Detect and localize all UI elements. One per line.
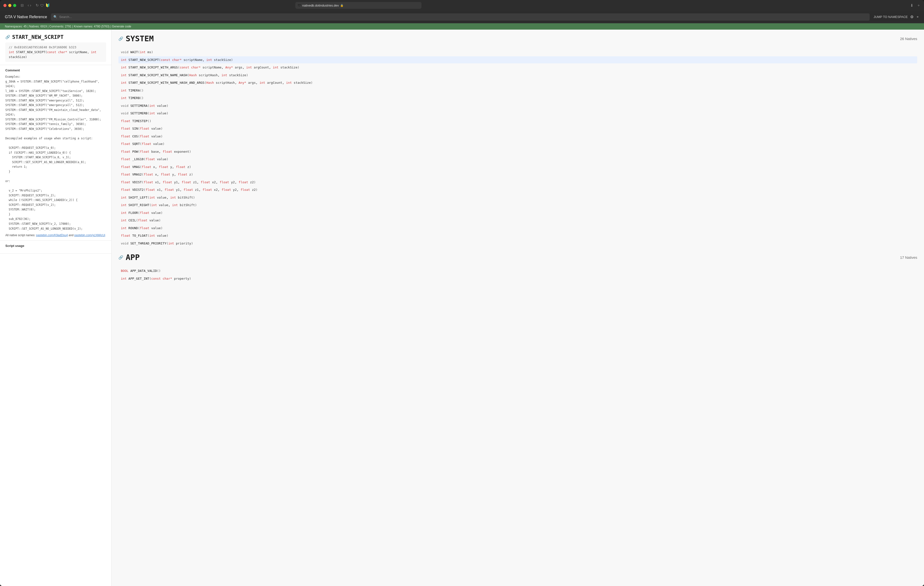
comment-body: Examples: g_384A = SYSTEM::START_NEW_SCR… (5, 74, 106, 231)
refresh-icon[interactable]: ↻ (36, 3, 39, 8)
native-item-pow[interactable]: float POW(float base, float exponent) (119, 148, 917, 156)
native-item-start-new-script-name-hash-args[interactable]: int START_NEW_SCRIPT_WITH_NAME_HASH_AND_… (119, 79, 917, 86)
back-arrow-icon[interactable]: ‹ (28, 3, 29, 8)
search-icon: 🔍 (53, 15, 57, 19)
native-item-start-new-script-with-args[interactable]: int START_NEW_SCRIPT_WITH_ARGS(const cha… (119, 64, 917, 71)
download-icon[interactable]: ⬇ (910, 3, 913, 8)
fn-sig: START_NEW_SCRIPT(const char* scriptName,… (9, 50, 96, 59)
native-item-start-new-script[interactable]: int START_NEW_SCRIPT(const char* scriptN… (119, 56, 917, 64)
site-icon: 🛡 (298, 3, 300, 7)
native-item-cos[interactable]: float COS(float value) (119, 133, 917, 140)
native-item-vmag[interactable]: float VMAG(float x, float y, float z) (119, 163, 917, 171)
namespace-header-system: 🔗 SYSTEM 26 Natives (119, 34, 917, 45)
left-panel: 🔗 START_NEW_SCRIPT // 0xE81651AD79516E48… (0, 30, 112, 586)
native-title: START_NEW_SCRIPT (12, 34, 64, 40)
natives-count-system: 26 Natives (900, 36, 917, 41)
namespace-system: 🔗 SYSTEM 26 Natives void WAIT(int ms) in… (119, 34, 917, 247)
settings-icon[interactable]: ⚙ (910, 15, 914, 19)
native-list-app: BOOL APP_DATA_VALID() int APP_GET_INT(co… (119, 267, 917, 282)
script-usage-section: Script usage (0, 240, 111, 254)
namespace-header-app: 🔗 APP 17 Natives (119, 253, 917, 264)
address-text: nativedb.dotindustries.dev (302, 3, 339, 7)
navbar-right: JUMP TO NAMESPACE ⚙ ⚬ (873, 15, 919, 19)
lock-icon: 🔒 (340, 4, 343, 7)
namespace-link-icon-system: 🔗 (119, 36, 123, 41)
native-item-settimerb[interactable]: void SETTIMERB(int value) (119, 110, 917, 117)
native-item-ceil[interactable]: int CEIL(float value) (119, 217, 917, 224)
traffic-lights (3, 4, 16, 7)
native-item-start-new-script-name-hash[interactable]: int START_NEW_SCRIPT_WITH_NAME_HASH(Hash… (119, 71, 917, 79)
pastebin-line: All native script names: pastebin.com/K9… (5, 233, 106, 237)
window-icons: ⊟ (21, 3, 24, 8)
native-item-to-float[interactable]: float TO_FLOAT(int value) (119, 232, 917, 239)
native-item-sin[interactable]: float SIN(float value) (119, 125, 917, 132)
native-item-wait[interactable]: void WAIT(int ms) (119, 48, 917, 56)
namespace-link-icon-app: 🔗 (119, 255, 123, 260)
comment-section: Comment Examples: g_384A = SYSTEM::START… (0, 65, 111, 240)
navbar: GTA V Native Reference 🔍 JUMP TO NAMESPA… (0, 11, 924, 23)
native-item-timera[interactable]: int TIMERA() (119, 87, 917, 94)
namespace-title-app: APP (126, 253, 140, 262)
pastebin2-link[interactable]: pastebin.com/yLNWicUi (74, 233, 105, 237)
address-bar[interactable]: 🛡 nativedb.dotindustries.dev 🔒 (295, 2, 421, 9)
sidebar-toggle-icon[interactable]: ⊟ (21, 3, 24, 8)
native-item-vdist2[interactable]: float VDIST2(float x1, float y1, float z… (119, 186, 917, 194)
native-title-row: 🔗 START_NEW_SCRIPT (5, 34, 106, 40)
native-item-shift-left[interactable]: int SHIFT_LEFT(int value, int bitShift) (119, 194, 917, 201)
namespace-app: 🔗 APP 17 Natives BOOL APP_DATA_VALID() i… (119, 253, 917, 282)
native-item-settimera[interactable]: void SETTIMERA(int value) (119, 102, 917, 109)
minimize-button[interactable] (8, 4, 12, 7)
native-item-shift-right[interactable]: int SHIFT_RIGHT(int value, int bitShift) (119, 202, 917, 209)
native-item-timerb[interactable]: int TIMERB() (119, 94, 917, 102)
close-button[interactable] (3, 4, 7, 7)
shield-icon: 🛡 (40, 3, 44, 8)
right-panel: 🔗 SYSTEM 26 Natives void WAIT(int ms) in… (112, 30, 924, 586)
native-item-set-thread-priority[interactable]: void SET_THREAD_PRIORITY(int priority) (119, 240, 917, 247)
add-tab-icon[interactable]: ＋ (917, 3, 921, 8)
maximize-button[interactable] (13, 4, 16, 7)
native-header: 🔗 START_NEW_SCRIPT // 0xE81651AD79516E48… (0, 30, 111, 65)
forward-arrow-icon[interactable]: › (30, 3, 31, 8)
native-item-vdist[interactable]: float VDIST(float x1, float y1, float z1… (119, 179, 917, 186)
comment-title: Comment (5, 68, 106, 72)
jump-to-namespace-button[interactable]: JUMP TO NAMESPACE (873, 15, 908, 19)
nav-arrows: ‹ › (28, 3, 31, 8)
hash-line: // 0xE81651AD79516E48 0x3F166D0E b323 (9, 45, 102, 50)
code-block: // 0xE81651AD79516E48 0x3F166D0E b323 in… (5, 43, 106, 62)
browser-icons: ↻ 🛡 🔰 (36, 3, 50, 8)
natives-count-app: 17 Natives (900, 255, 917, 260)
search-box[interactable]: 🔍 (51, 13, 870, 21)
all-native-text: All native script names: (5, 233, 36, 237)
main-content: 🔗 START_NEW_SCRIPT // 0xE81651AD79516E48… (0, 30, 924, 586)
native-list-system: void WAIT(int ms) int START_NEW_SCRIPT(c… (119, 48, 917, 247)
script-usage-title: Script usage (5, 244, 106, 248)
native-item-sqrt[interactable]: float SQRT(float value) (119, 140, 917, 147)
pastebin1-link[interactable]: pastebin.com/K9adDsu4 (36, 233, 68, 237)
native-item-timestep[interactable]: float TIMESTEP() (119, 118, 917, 125)
link-icon: 🔗 (5, 35, 10, 39)
infobar-text: Namespaces: 45 | Natives: 6919 | Comment… (5, 25, 131, 28)
ret-type: int (9, 50, 14, 54)
namespace-title-system: SYSTEM (126, 34, 154, 43)
github-icon[interactable]: ⚬ (916, 15, 919, 19)
titlebar: ⊟ ‹ › ↻ 🛡 🔰 🛡 nativedb.dotindustries.dev… (0, 0, 924, 11)
search-input[interactable] (59, 15, 867, 19)
native-item-floor[interactable]: int FLOOR(float value) (119, 209, 917, 217)
native-item-round[interactable]: int ROUND(float value) (119, 225, 917, 232)
signature-line: int START_NEW_SCRIPT(const char* scriptN… (9, 50, 102, 60)
titlebar-right-icons: ⬇ ＋ (910, 3, 921, 8)
native-item-app-get-int[interactable]: int APP_GET_INT(const char* property) (119, 275, 917, 282)
app-title: GTA V Native Reference (5, 15, 47, 19)
infobar: Namespaces: 45 | Natives: 6919 | Comment… (0, 23, 924, 30)
native-item-app-data-valid[interactable]: BOOL APP_DATA_VALID() (119, 267, 917, 275)
security-icon: 🔰 (45, 3, 50, 8)
namespace-title-row-app: 🔗 APP (119, 253, 140, 262)
native-item-log10[interactable]: float _LOG10(float value) (119, 156, 917, 163)
native-item-vmag2[interactable]: float VMAG2(float x, float y, float z) (119, 171, 917, 178)
namespace-title-row-system: 🔗 SYSTEM (119, 34, 154, 43)
